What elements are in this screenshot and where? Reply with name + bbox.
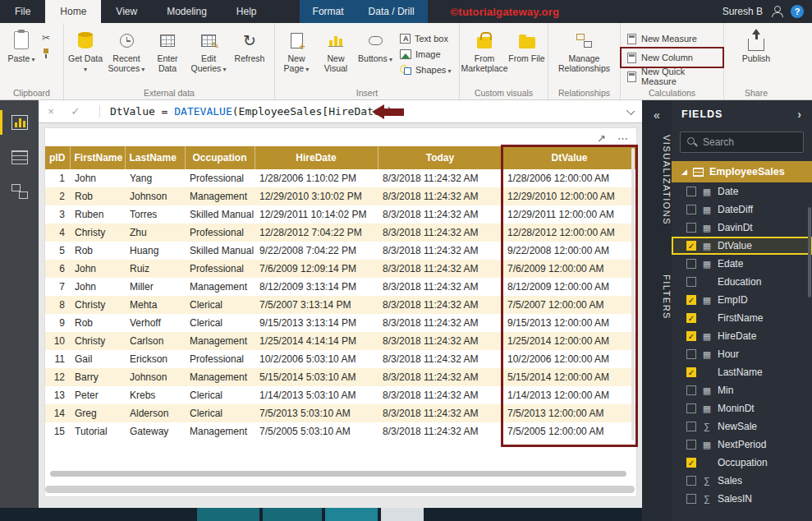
tab-home[interactable]: Home [45, 0, 101, 23]
field-davindt[interactable]: ▦DavinDt [672, 219, 812, 237]
visualizations-pane-label[interactable]: VISUALIZATIONS [642, 135, 672, 225]
field-education[interactable]: Education [672, 273, 812, 291]
field-search[interactable] [680, 131, 804, 153]
report-canvas[interactable]: ↗ ⋯ pIDFirstNameLastNameOccupationHireDa… [39, 123, 642, 508]
cancel-formula-button[interactable]: × [39, 105, 63, 118]
field-sales[interactable]: ∑Sales [672, 472, 812, 490]
model-view-button[interactable] [0, 178, 39, 205]
manage-relationships-button[interactable]: Manage Relationships [555, 27, 614, 86]
column-header-today[interactable]: Today [378, 146, 502, 169]
field-newsale[interactable]: ∑NewSale [672, 417, 812, 436]
new-page-button[interactable]: New Page [277, 27, 316, 86]
field-checkbox[interactable] [686, 476, 696, 486]
field-checkbox[interactable]: ✓ [686, 313, 696, 323]
tab-modeling[interactable]: Modeling [152, 0, 222, 23]
new-column-button[interactable]: New Column [622, 49, 722, 66]
field-dtvalue[interactable]: ✓▦DtValue [672, 237, 812, 255]
report-view-button[interactable] [0, 108, 39, 136]
data-view-button[interactable] [0, 143, 39, 171]
fields-scrollbar[interactable] [808, 207, 811, 297]
field-checkbox[interactable] [686, 223, 696, 233]
column-header-firstname[interactable]: FirstName [70, 146, 125, 169]
cut-icon[interactable]: ✂ [41, 32, 51, 44]
enter-data-button[interactable]: Enter Data [148, 27, 187, 86]
image-button[interactable]: Image [395, 46, 456, 62]
from-file-button[interactable]: From File [507, 27, 546, 86]
taskbar-segment[interactable] [197, 508, 259, 521]
field-empid[interactable]: ✓▦EmpID [672, 291, 812, 309]
more-options-icon[interactable]: ⋯ [617, 132, 628, 145]
edit-queries-button[interactable]: Edit Queries [187, 27, 230, 86]
column-header-lastname[interactable]: LastName [125, 146, 185, 169]
text-box-button[interactable]: Text box [395, 30, 456, 46]
field-checkbox[interactable] [686, 349, 696, 359]
expand-panes-icon[interactable]: « [642, 108, 672, 122]
table-node-employeesales[interactable]: ◢ EmployeeSales [672, 161, 812, 182]
search-input[interactable] [703, 136, 793, 148]
field-hiredate[interactable]: ✓▦HireDate [672, 327, 812, 345]
field-checkbox[interactable]: ✓ [686, 458, 696, 468]
refresh-button[interactable]: ↻ Refresh [230, 27, 269, 86]
field-checkbox[interactable] [686, 385, 696, 395]
format-painter-icon[interactable] [41, 48, 51, 58]
field-hour[interactable]: ▦Hour [672, 345, 812, 363]
field-checkbox[interactable]: ✓ [686, 331, 696, 341]
field-occupation[interactable]: ✓Occupation [672, 454, 812, 472]
field-lastname[interactable]: ✓LastName [672, 363, 812, 381]
tab-file[interactable]: File [0, 0, 45, 23]
taskbar-segment[interactable] [381, 508, 424, 521]
column-header-hiredate[interactable]: HireDate [255, 146, 378, 169]
taskbar-segment[interactable] [263, 508, 322, 521]
user-icon[interactable] [771, 6, 782, 17]
commit-formula-button[interactable]: ✓ [63, 105, 88, 118]
field-min[interactable]: ▦Min [672, 381, 812, 399]
expand-formula-bar-icon[interactable] [626, 107, 635, 115]
collapse-fields-icon[interactable]: › [797, 108, 802, 121]
table-visual[interactable]: ↗ ⋯ pIDFirstNameLastNameOccupationHireDa… [45, 128, 636, 496]
paste-button[interactable]: Paste [2, 27, 41, 86]
visual-vertical-scrollbar[interactable] [631, 148, 635, 440]
new-quick-measure-button[interactable]: New Quick Measure [622, 68, 722, 85]
tab-help[interactable]: Help [222, 0, 272, 23]
field-checkbox[interactable] [686, 205, 696, 214]
from-marketplace-button[interactable]: From Marketplace [461, 27, 507, 86]
field-checkbox[interactable]: ✓ [686, 241, 696, 251]
field-checkbox[interactable]: ✓ [686, 367, 696, 377]
tab-view[interactable]: View [101, 0, 152, 23]
field-checkbox[interactable] [686, 259, 696, 269]
field-edate[interactable]: ▦Edate [672, 255, 812, 273]
new-visual-button[interactable]: New Visual [316, 27, 356, 86]
field-checkbox[interactable] [686, 403, 696, 413]
buttons-button[interactable]: Buttons [356, 27, 395, 86]
publish-button[interactable]: Publish [736, 27, 776, 86]
field-firstname[interactable]: ✓FirstName [672, 309, 812, 327]
field-checkbox[interactable] [686, 440, 696, 450]
taskbar-segment[interactable] [325, 508, 378, 521]
formula-bar[interactable]: × ✓ DtValue = DATEVALUE(EmployeeSales[Hi… [39, 100, 642, 123]
field-datediff[interactable]: ▦DateDiff [672, 201, 812, 219]
new-measure-button[interactable]: New Measure [622, 30, 722, 47]
formula-text[interactable]: DtValue = DATEVALUE(EmployeeSales[HireDa… [99, 105, 392, 118]
field-checkbox[interactable] [686, 422, 696, 431]
field-checkbox[interactable] [686, 187, 696, 196]
column-header-occupation[interactable]: Occupation [185, 146, 255, 169]
canvas-horizontal-scrollbar[interactable] [45, 486, 635, 493]
field-checkbox[interactable] [686, 277, 696, 287]
filters-pane-label[interactable]: FILTERS [642, 274, 672, 320]
field-monindt[interactable]: ▦MoninDt [672, 399, 812, 417]
field-checkbox[interactable]: ✓ [686, 295, 696, 305]
field-salesin[interactable]: ∑SalesIN [672, 490, 812, 508]
focus-mode-icon[interactable]: ↗ [597, 132, 606, 145]
tab-data-drill[interactable]: Data / Drill [369, 6, 415, 17]
get-data-button[interactable]: Get Data [66, 27, 105, 86]
tab-format[interactable]: Format [313, 6, 344, 17]
field-nextperiod[interactable]: ▦NextPeriod [672, 436, 812, 454]
shapes-button[interactable]: Shapes [395, 62, 456, 77]
help-icon[interactable]: ? [791, 5, 804, 18]
recent-sources-button[interactable]: Recent Sources [105, 27, 148, 86]
field-date[interactable]: ▦Date [672, 182, 812, 201]
field-checkbox[interactable] [686, 494, 696, 504]
column-header-dtvalue[interactable]: DtValue [502, 146, 636, 169]
visual-horizontal-scrollbar[interactable] [50, 471, 626, 477]
column-header-pid[interactable]: pID [45, 146, 70, 169]
